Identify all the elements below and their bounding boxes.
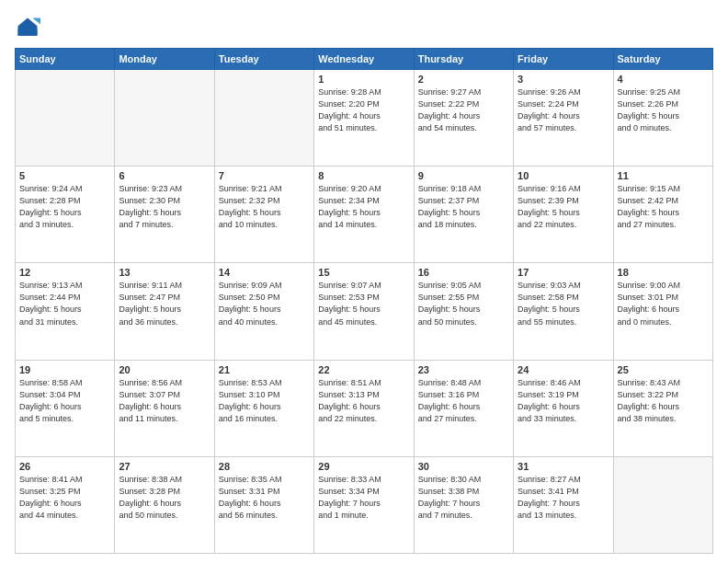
day-number: 29 bbox=[318, 461, 409, 472]
day-number: 15 bbox=[318, 267, 409, 278]
day-cell: 11Sunrise: 9:15 AM Sunset: 2:42 PM Dayli… bbox=[613, 167, 712, 263]
day-info: Sunrise: 8:38 AM Sunset: 3:28 PM Dayligh… bbox=[119, 474, 210, 522]
day-cell: 18Sunrise: 9:00 AM Sunset: 3:01 PM Dayli… bbox=[613, 263, 712, 360]
calendar-body: 1Sunrise: 9:28 AM Sunset: 2:20 PM Daylig… bbox=[16, 70, 713, 554]
svg-rect-2 bbox=[18, 29, 38, 36]
day-cell: 6Sunrise: 9:23 AM Sunset: 2:30 PM Daylig… bbox=[115, 167, 214, 263]
day-number: 21 bbox=[219, 364, 310, 375]
week-row-3: 12Sunrise: 9:13 AM Sunset: 2:44 PM Dayli… bbox=[16, 263, 713, 360]
day-info: Sunrise: 8:53 AM Sunset: 3:10 PM Dayligh… bbox=[219, 377, 310, 425]
day-cell: 7Sunrise: 9:21 AM Sunset: 2:32 PM Daylig… bbox=[214, 167, 313, 263]
day-cell: 13Sunrise: 9:11 AM Sunset: 2:47 PM Dayli… bbox=[115, 263, 214, 360]
day-number: 3 bbox=[518, 74, 609, 85]
day-number: 18 bbox=[618, 267, 709, 278]
day-cell: 30Sunrise: 8:30 AM Sunset: 3:38 PM Dayli… bbox=[414, 456, 513, 553]
day-number: 5 bbox=[19, 170, 110, 181]
day-info: Sunrise: 8:27 AM Sunset: 3:41 PM Dayligh… bbox=[518, 474, 609, 522]
day-cell: 23Sunrise: 8:48 AM Sunset: 3:16 PM Dayli… bbox=[414, 360, 513, 456]
day-info: Sunrise: 9:09 AM Sunset: 2:50 PM Dayligh… bbox=[219, 280, 310, 327]
day-cell: 24Sunrise: 8:46 AM Sunset: 3:19 PM Dayli… bbox=[514, 360, 613, 456]
header bbox=[15, 11, 713, 40]
col-header-wednesday: Wednesday bbox=[314, 49, 414, 70]
col-header-tuesday: Tuesday bbox=[214, 49, 313, 70]
day-number: 9 bbox=[418, 170, 509, 181]
col-header-friday: Friday bbox=[514, 49, 613, 70]
day-cell: 31Sunrise: 8:27 AM Sunset: 3:41 PM Dayli… bbox=[514, 456, 613, 553]
day-info: Sunrise: 8:35 AM Sunset: 3:31 PM Dayligh… bbox=[219, 474, 310, 522]
day-number: 11 bbox=[618, 170, 709, 181]
day-cell: 1Sunrise: 9:28 AM Sunset: 2:20 PM Daylig… bbox=[314, 70, 414, 167]
day-cell: 21Sunrise: 8:53 AM Sunset: 3:10 PM Dayli… bbox=[214, 360, 313, 456]
col-header-thursday: Thursday bbox=[414, 49, 513, 70]
col-header-sunday: Sunday bbox=[16, 49, 115, 70]
day-info: Sunrise: 8:30 AM Sunset: 3:38 PM Dayligh… bbox=[418, 474, 509, 522]
day-cell: 15Sunrise: 9:07 AM Sunset: 2:53 PM Dayli… bbox=[314, 263, 414, 360]
day-info: Sunrise: 8:51 AM Sunset: 3:13 PM Dayligh… bbox=[318, 377, 409, 425]
day-info: Sunrise: 9:28 AM Sunset: 2:20 PM Dayligh… bbox=[318, 86, 409, 134]
day-cell: 19Sunrise: 8:58 AM Sunset: 3:04 PM Dayli… bbox=[16, 360, 115, 456]
day-info: Sunrise: 9:07 AM Sunset: 2:53 PM Dayligh… bbox=[318, 280, 409, 327]
day-info: Sunrise: 9:26 AM Sunset: 2:24 PM Dayligh… bbox=[518, 86, 609, 134]
day-number: 12 bbox=[19, 267, 110, 278]
day-cell: 2Sunrise: 9:27 AM Sunset: 2:22 PM Daylig… bbox=[414, 70, 513, 167]
day-cell: 25Sunrise: 8:43 AM Sunset: 3:22 PM Dayli… bbox=[613, 360, 712, 456]
day-cell: 10Sunrise: 9:16 AM Sunset: 2:39 PM Dayli… bbox=[514, 167, 613, 263]
day-cell: 16Sunrise: 9:05 AM Sunset: 2:55 PM Dayli… bbox=[414, 263, 513, 360]
day-cell: 27Sunrise: 8:38 AM Sunset: 3:28 PM Dayli… bbox=[115, 456, 214, 553]
week-row-2: 5Sunrise: 9:24 AM Sunset: 2:28 PM Daylig… bbox=[16, 167, 713, 263]
day-info: Sunrise: 8:48 AM Sunset: 3:16 PM Dayligh… bbox=[418, 377, 509, 425]
day-info: Sunrise: 9:11 AM Sunset: 2:47 PM Dayligh… bbox=[119, 280, 210, 327]
header-row: SundayMondayTuesdayWednesdayThursdayFrid… bbox=[16, 49, 713, 70]
day-number: 8 bbox=[318, 170, 409, 181]
day-cell: 20Sunrise: 8:56 AM Sunset: 3:07 PM Dayli… bbox=[115, 360, 214, 456]
day-number: 31 bbox=[518, 461, 609, 472]
col-header-saturday: Saturday bbox=[613, 49, 712, 70]
day-cell: 22Sunrise: 8:51 AM Sunset: 3:13 PM Dayli… bbox=[314, 360, 414, 456]
day-info: Sunrise: 9:21 AM Sunset: 2:32 PM Dayligh… bbox=[219, 183, 310, 231]
day-number: 2 bbox=[418, 74, 509, 85]
day-number: 4 bbox=[618, 74, 709, 85]
day-cell: 14Sunrise: 9:09 AM Sunset: 2:50 PM Dayli… bbox=[214, 263, 313, 360]
day-number: 28 bbox=[219, 461, 310, 472]
day-number: 7 bbox=[219, 170, 310, 181]
day-info: Sunrise: 8:41 AM Sunset: 3:25 PM Dayligh… bbox=[19, 474, 110, 522]
col-header-monday: Monday bbox=[115, 49, 214, 70]
day-info: Sunrise: 8:43 AM Sunset: 3:22 PM Dayligh… bbox=[618, 377, 709, 425]
day-number: 14 bbox=[219, 267, 310, 278]
day-number: 22 bbox=[318, 364, 409, 375]
page: SundayMondayTuesdayWednesdayThursdayFrid… bbox=[0, 0, 728, 563]
week-row-1: 1Sunrise: 9:28 AM Sunset: 2:20 PM Daylig… bbox=[16, 70, 713, 167]
day-info: Sunrise: 9:24 AM Sunset: 2:28 PM Dayligh… bbox=[19, 183, 110, 231]
day-number: 27 bbox=[119, 461, 210, 472]
day-info: Sunrise: 9:20 AM Sunset: 2:34 PM Dayligh… bbox=[318, 183, 409, 231]
day-cell: 26Sunrise: 8:41 AM Sunset: 3:25 PM Dayli… bbox=[16, 456, 115, 553]
logo bbox=[15, 15, 44, 40]
day-info: Sunrise: 9:05 AM Sunset: 2:55 PM Dayligh… bbox=[418, 280, 509, 327]
day-number: 25 bbox=[618, 364, 709, 375]
logo-icon bbox=[15, 15, 40, 40]
day-number: 23 bbox=[418, 364, 509, 375]
day-cell: 29Sunrise: 8:33 AM Sunset: 3:34 PM Dayli… bbox=[314, 456, 414, 553]
day-info: Sunrise: 9:25 AM Sunset: 2:26 PM Dayligh… bbox=[618, 86, 709, 134]
week-row-5: 26Sunrise: 8:41 AM Sunset: 3:25 PM Dayli… bbox=[16, 456, 713, 553]
day-info: Sunrise: 9:15 AM Sunset: 2:42 PM Dayligh… bbox=[618, 183, 709, 231]
day-info: Sunrise: 9:13 AM Sunset: 2:44 PM Dayligh… bbox=[19, 280, 110, 327]
day-cell: 8Sunrise: 9:20 AM Sunset: 2:34 PM Daylig… bbox=[314, 167, 414, 263]
day-cell bbox=[115, 70, 214, 167]
day-cell: 9Sunrise: 9:18 AM Sunset: 2:37 PM Daylig… bbox=[414, 167, 513, 263]
day-cell bbox=[16, 70, 115, 167]
week-row-4: 19Sunrise: 8:58 AM Sunset: 3:04 PM Dayli… bbox=[16, 360, 713, 456]
day-number: 6 bbox=[119, 170, 210, 181]
day-cell: 17Sunrise: 9:03 AM Sunset: 2:58 PM Dayli… bbox=[514, 263, 613, 360]
day-info: Sunrise: 9:00 AM Sunset: 3:01 PM Dayligh… bbox=[618, 280, 709, 327]
day-cell: 3Sunrise: 9:26 AM Sunset: 2:24 PM Daylig… bbox=[514, 70, 613, 167]
day-cell: 28Sunrise: 8:35 AM Sunset: 3:31 PM Dayli… bbox=[214, 456, 313, 553]
day-info: Sunrise: 8:46 AM Sunset: 3:19 PM Dayligh… bbox=[518, 377, 609, 425]
day-info: Sunrise: 8:56 AM Sunset: 3:07 PM Dayligh… bbox=[119, 377, 210, 425]
day-info: Sunrise: 9:23 AM Sunset: 2:30 PM Dayligh… bbox=[119, 183, 210, 231]
calendar: SundayMondayTuesdayWednesdayThursdayFrid… bbox=[15, 48, 713, 554]
day-number: 10 bbox=[518, 170, 609, 181]
day-number: 17 bbox=[518, 267, 609, 278]
day-cell: 5Sunrise: 9:24 AM Sunset: 2:28 PM Daylig… bbox=[16, 167, 115, 263]
day-info: Sunrise: 8:33 AM Sunset: 3:34 PM Dayligh… bbox=[318, 474, 409, 522]
